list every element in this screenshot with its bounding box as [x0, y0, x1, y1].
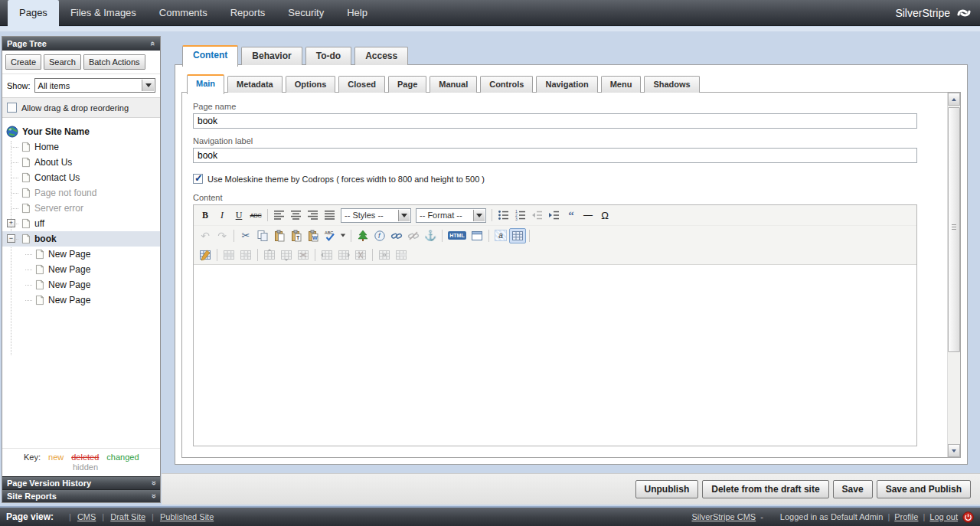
- navigation-label-input[interactable]: [193, 148, 917, 163]
- draft-site-link[interactable]: Draft Site: [110, 512, 145, 521]
- tree-item-home[interactable]: Home: [2, 139, 160, 155]
- row-properties-button[interactable]: [220, 247, 237, 263]
- format-select[interactable]: -- Format --: [416, 208, 486, 223]
- bold-button[interactable]: B: [197, 207, 214, 223]
- tree-item-page-not-found[interactable]: Page not found: [2, 185, 160, 201]
- edit-html-button[interactable]: HTML: [446, 228, 469, 243]
- delete-row-button[interactable]: [295, 247, 312, 263]
- search-button[interactable]: Search: [44, 54, 81, 70]
- delete-column-button[interactable]: [352, 247, 369, 263]
- nav-tab-security[interactable]: Security: [276, 0, 335, 26]
- tab-content[interactable]: Content: [182, 45, 238, 67]
- italic-button[interactable]: I: [214, 207, 230, 223]
- table-properties-button[interactable]: [197, 247, 214, 263]
- show-filter-select[interactable]: All items: [34, 78, 155, 93]
- scroll-down-button[interactable]: [948, 444, 960, 457]
- nav-tab-comments[interactable]: Comments: [148, 0, 219, 26]
- expand-panel-icon[interactable]: «: [149, 494, 158, 498]
- tree-item-contact-us[interactable]: Contact Us: [2, 170, 160, 185]
- logout-power-icon[interactable]: [962, 511, 974, 523]
- merge-cells-button[interactable]: [393, 247, 410, 263]
- spellcheck-button[interactable]: ABC: [322, 228, 338, 243]
- page-version-history-panel[interactable]: Page Version History «: [2, 476, 160, 489]
- indent-button[interactable]: [546, 207, 563, 223]
- remove-link-button[interactable]: [405, 228, 422, 243]
- copy-button[interactable]: [254, 228, 271, 243]
- strikethrough-button[interactable]: ABC: [247, 207, 264, 223]
- tree-item-root[interactable]: Your Site Name: [2, 124, 160, 139]
- insert-image-button[interactable]: [354, 228, 371, 243]
- tree-item-new-page[interactable]: New Page: [2, 292, 160, 308]
- delete-from-draft-button[interactable]: Delete from the draft site: [702, 480, 828, 498]
- nav-tab-help[interactable]: Help: [335, 0, 379, 26]
- save-button[interactable]: Save: [833, 480, 873, 498]
- toggle-guidelines-button[interactable]: [509, 228, 526, 243]
- undo-button[interactable]: ↶: [197, 228, 214, 243]
- styles-select[interactable]: -- Styles --: [341, 208, 411, 223]
- tree-item-new-page[interactable]: New Page: [2, 247, 160, 262]
- outdent-button[interactable]: [529, 207, 546, 223]
- site-reports-panel[interactable]: Site Reports «: [2, 489, 160, 502]
- tree-item-server-error[interactable]: Server error: [2, 201, 160, 216]
- tree-item-uff[interactable]: + uff: [2, 216, 160, 231]
- collapse-icon[interactable]: −: [7, 234, 15, 243]
- scrollbar-thumb[interactable]: [948, 107, 960, 352]
- expand-icon[interactable]: +: [7, 219, 15, 227]
- horizontal-rule-button[interactable]: —: [580, 207, 596, 223]
- select-arrow-button[interactable]: [142, 80, 154, 91]
- insert-flash-button[interactable]: f: [371, 228, 388, 243]
- logout-link[interactable]: Log out: [929, 512, 958, 521]
- subtab-options[interactable]: Options: [286, 76, 336, 93]
- tab-access[interactable]: Access: [354, 47, 408, 65]
- tree-item-book[interactable]: − book: [2, 231, 160, 247]
- batch-actions-button[interactable]: Batch Actions: [83, 54, 145, 70]
- numbered-list-button[interactable]: 123: [512, 207, 529, 223]
- nav-tab-files-images[interactable]: Files & Images: [59, 0, 148, 26]
- scroll-up-button[interactable]: [948, 93, 960, 106]
- content-scrollbar[interactable]: [947, 93, 960, 457]
- silverstripe-cms-link[interactable]: SilverStripe CMS: [691, 512, 756, 521]
- tree-item-new-page[interactable]: New Page: [2, 277, 160, 292]
- split-cells-button[interactable]: [376, 247, 393, 263]
- profile-link[interactable]: Profile: [894, 512, 918, 521]
- subtab-navigation[interactable]: Navigation: [536, 76, 597, 93]
- subtab-metadata[interactable]: Metadata: [227, 76, 283, 93]
- cut-button[interactable]: ✂: [237, 228, 254, 243]
- tab-todo[interactable]: To-do: [305, 47, 351, 65]
- insert-column-before-button[interactable]: [318, 247, 335, 263]
- cell-properties-button[interactable]: [237, 247, 254, 263]
- nav-tab-pages[interactable]: Pages: [8, 0, 59, 31]
- subtab-manual[interactable]: Manual: [430, 76, 477, 93]
- create-button[interactable]: Create: [5, 54, 41, 70]
- insert-row-after-button[interactable]: [278, 247, 295, 263]
- expand-panel-icon[interactable]: «: [149, 481, 158, 485]
- subtab-controls[interactable]: Controls: [480, 76, 533, 93]
- insert-anchor-button[interactable]: ⚓: [422, 228, 439, 243]
- align-left-button[interactable]: [271, 207, 288, 223]
- tree-item-new-page[interactable]: New Page: [2, 262, 160, 277]
- special-char-button[interactable]: Ω: [596, 207, 613, 223]
- page-tree-header[interactable]: Page Tree «: [2, 37, 160, 51]
- collapse-panel-icon[interactable]: «: [149, 41, 158, 46]
- align-right-button[interactable]: [305, 207, 322, 223]
- toggle-fullscreen-button[interactable]: [469, 228, 485, 243]
- underline-button[interactable]: U: [230, 207, 247, 223]
- spellcheck-menu-button[interactable]: [338, 228, 348, 243]
- paste-as-text-button[interactable]: T: [288, 228, 305, 243]
- paste-button[interactable]: [271, 228, 288, 243]
- save-and-publish-button[interactable]: Save and Publish: [877, 480, 971, 498]
- nav-tab-reports[interactable]: Reports: [219, 0, 277, 26]
- subtab-closed[interactable]: Closed: [338, 76, 385, 93]
- blockquote-button[interactable]: “: [563, 207, 580, 223]
- insert-row-before-button[interactable]: [261, 247, 278, 263]
- select-arrow-button[interactable]: [473, 210, 485, 221]
- editor-content-area[interactable]: [194, 265, 916, 446]
- bullet-list-button[interactable]: [495, 207, 512, 223]
- insert-column-after-button[interactable]: [335, 247, 352, 263]
- align-justify-button[interactable]: [322, 207, 338, 223]
- subtab-page[interactable]: Page: [388, 76, 426, 93]
- subtab-shadows[interactable]: Shadows: [644, 76, 699, 93]
- subtab-main[interactable]: Main: [187, 74, 224, 94]
- insert-link-button[interactable]: [388, 228, 405, 243]
- visual-chars-button[interactable]: a: [492, 228, 509, 243]
